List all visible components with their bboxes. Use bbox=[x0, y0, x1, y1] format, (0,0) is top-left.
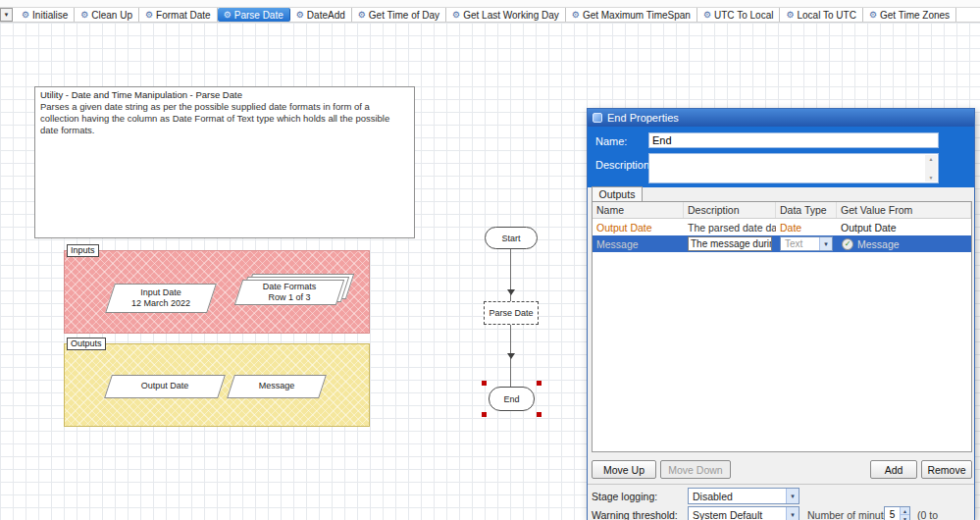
data-type-select[interactable]: Text ▾ bbox=[780, 236, 833, 251]
chevron-down-icon[interactable]: ▾ bbox=[819, 237, 832, 250]
warning-threshold-value: System Default bbox=[693, 509, 762, 520]
page-icon: ⚙ bbox=[224, 11, 232, 20]
tab-label: Format Date bbox=[156, 10, 211, 21]
column-header-description[interactable]: Description bbox=[684, 202, 776, 218]
description-input[interactable]: ▲ ▼ bbox=[648, 153, 939, 183]
page-icon: ⚙ bbox=[703, 11, 711, 20]
minutes-input[interactable] bbox=[885, 507, 900, 520]
remove-button[interactable]: Remove bbox=[921, 460, 972, 479]
cell-get-value-from: Output Date bbox=[837, 219, 971, 235]
name-input[interactable] bbox=[648, 132, 939, 148]
window-top-strip bbox=[0, 0, 980, 8]
tab-format-date[interactable]: ⚙ Format Date bbox=[139, 8, 218, 22]
description-scrollbar[interactable]: ▲ ▼ bbox=[925, 155, 937, 182]
data-item-name: Output Date bbox=[141, 381, 189, 391]
cell-name: Output Date bbox=[593, 219, 684, 235]
warning-threshold-select[interactable]: System Default ▾ bbox=[688, 506, 799, 520]
chevron-down-icon[interactable]: ▾ bbox=[786, 507, 799, 520]
move-up-button[interactable]: Move Up bbox=[592, 460, 656, 479]
get-value-from-value: Message bbox=[857, 238, 900, 250]
column-header-get-value-from[interactable]: Get Value From bbox=[837, 202, 971, 218]
tab-label: Get Maximum TimeSpan bbox=[583, 10, 691, 21]
tab-initialise[interactable]: ⚙ Initialise bbox=[16, 8, 75, 22]
tab-overflow-button[interactable]: ▼ bbox=[0, 8, 13, 22]
tab-outputs[interactable]: Outputs bbox=[592, 186, 643, 201]
table-row-selected[interactable]: Message The message during the parsing o… bbox=[593, 235, 971, 252]
tab-dateadd[interactable]: ⚙ DateAdd bbox=[290, 8, 352, 22]
selection-handle[interactable] bbox=[537, 381, 542, 386]
scroll-down-icon[interactable]: ▼ bbox=[929, 174, 934, 182]
tab-label: Clean Up bbox=[91, 10, 132, 21]
chevron-down-icon[interactable]: ▾ bbox=[786, 489, 799, 503]
selection-handle[interactable] bbox=[482, 381, 487, 386]
data-item-input-date[interactable]: Input Date 12 March 2022 bbox=[105, 284, 217, 313]
scroll-up-icon[interactable]: ▲ bbox=[929, 155, 934, 163]
cell-data-type: Date bbox=[776, 219, 837, 235]
selection-handle[interactable] bbox=[482, 412, 487, 417]
check-icon[interactable]: ✓ bbox=[842, 238, 853, 250]
data-item-message[interactable]: Message bbox=[227, 375, 327, 398]
page-tab-bar: ▼ ⚙ Initialise ⚙ Clean Up ⚙ Format Date … bbox=[0, 8, 980, 23]
properties-icon bbox=[593, 113, 602, 123]
move-down-button[interactable]: Move Down bbox=[660, 460, 731, 479]
stage-end[interactable]: End bbox=[489, 387, 535, 411]
dialog-title: End Properties bbox=[607, 112, 679, 124]
table-header: Name Description Data Type Get Value Fro… bbox=[593, 202, 971, 219]
stepper-arrows[interactable]: ▲ ▼ bbox=[900, 507, 909, 520]
page-icon: ⚙ bbox=[869, 11, 877, 20]
description-label: Description: bbox=[595, 159, 652, 171]
page-icon: ⚙ bbox=[358, 11, 366, 20]
arrow-down-icon bbox=[507, 289, 515, 295]
stage-parse-date[interactable]: Parse Date bbox=[484, 301, 539, 325]
tab-get-time-zones[interactable]: ⚙ Get Time Zones bbox=[863, 8, 956, 22]
data-item-output-date[interactable]: Output Date bbox=[104, 375, 226, 398]
collection-front-sheet: Date Formats Row 1 of 3 bbox=[234, 280, 344, 305]
data-type-value: Text bbox=[785, 238, 802, 249]
add-button[interactable]: Add bbox=[870, 460, 917, 479]
tab-label: Get Last Working Day bbox=[463, 10, 559, 21]
collection-date-formats[interactable]: Date Formats Row 1 of 3 bbox=[238, 274, 352, 309]
outputs-table: Name Description Data Type Get Value Fro… bbox=[592, 201, 972, 452]
tab-get-maximum-timespan[interactable]: ⚙ Get Maximum TimeSpan bbox=[566, 8, 697, 22]
tab-label: Get Time Zones bbox=[880, 10, 950, 21]
chevron-up-icon[interactable]: ▲ bbox=[901, 507, 909, 515]
tab-label: Get Time of Day bbox=[369, 10, 439, 21]
cell-name: Message bbox=[593, 235, 684, 252]
dialog-footer: Stage logging: Disabled ▾ Warning thresh… bbox=[588, 484, 974, 520]
warning-threshold-label: Warning threshold: bbox=[592, 509, 678, 520]
process-note[interactable]: Utility - Date and Time Manipulation - P… bbox=[34, 86, 415, 238]
tab-label: UTC To Local bbox=[714, 10, 773, 21]
tab-label: DateAdd bbox=[307, 10, 345, 21]
column-header-name[interactable]: Name bbox=[593, 202, 684, 218]
tab-get-last-working-day[interactable]: ⚙ Get Last Working Day bbox=[446, 8, 566, 22]
outputs-region-label: Outputs bbox=[67, 338, 106, 350]
description-cell-input[interactable]: The message during the parsing ope bbox=[688, 236, 772, 251]
selection-handle[interactable] bbox=[537, 412, 542, 417]
table-row[interactable]: Output Date The parsed date data item wh… bbox=[593, 219, 971, 235]
tab-clean-up[interactable]: ⚙ Clean Up bbox=[75, 8, 139, 22]
stage-logging-select[interactable]: Disabled ▾ bbox=[688, 488, 799, 504]
column-header-data-type[interactable]: Data Type bbox=[776, 202, 837, 218]
tab-get-time-of-day[interactable]: ⚙ Get Time of Day bbox=[352, 8, 446, 22]
data-item-name: Date Formats bbox=[263, 282, 317, 292]
page-icon: ⚙ bbox=[452, 11, 460, 20]
page-icon: ⚙ bbox=[22, 11, 29, 20]
data-item-name: Message bbox=[259, 381, 295, 391]
data-item-text: Output Date bbox=[109, 376, 221, 397]
data-item-text: Date Formats Row 1 of 3 bbox=[239, 281, 339, 304]
chevron-down-icon[interactable]: ▼ bbox=[901, 515, 909, 520]
data-item-value: 12 March 2022 bbox=[131, 298, 190, 309]
tab-label: Initialise bbox=[32, 10, 68, 21]
tab-parse-date[interactable]: ⚙ Parse Date bbox=[218, 8, 290, 22]
stage-label: Parse Date bbox=[489, 308, 533, 318]
dialog-titlebar[interactable]: End Properties bbox=[588, 109, 974, 127]
note-title: Utility - Date and Time Manipulation - P… bbox=[40, 89, 409, 100]
minutes-stepper[interactable]: ▲ ▼ bbox=[884, 506, 910, 520]
stage-start[interactable]: Start bbox=[485, 227, 538, 249]
tab-local-to-utc[interactable]: ⚙ Local To UTC bbox=[780, 8, 862, 22]
page-icon: ⚙ bbox=[145, 11, 153, 20]
arrow-down-icon bbox=[507, 353, 515, 359]
stage-label: End bbox=[503, 394, 519, 404]
tab-utc-to-local[interactable]: ⚙ UTC To Local bbox=[697, 8, 780, 22]
chevron-down-icon: ▼ bbox=[4, 12, 10, 18]
